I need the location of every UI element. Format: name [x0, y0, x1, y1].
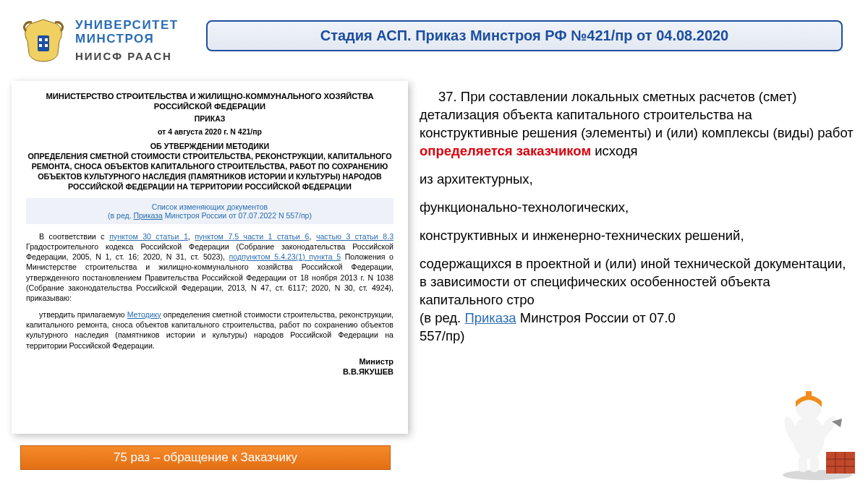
order-date: от 4 августа 2020 г. N 421/пр — [26, 127, 393, 136]
document-preview: МИНИСТЕРСТВО СТРОИТЕЛЬСТВА И ЖИЛИЩНО-КОМ… — [12, 81, 408, 434]
order-word: ПРИКАЗ — [26, 114, 393, 123]
highlight-bar: 75 раз – обращение к Заказчику — [20, 445, 391, 470]
ref-link-method[interactable]: Методику — [127, 310, 161, 319]
university-name-2: МИНСТРОЯ — [75, 33, 179, 46]
doc-paragraph-2: утвердить прилагаемую Методику определен… — [26, 309, 393, 351]
about-title: ОБ УТВЕРЖДЕНИИ МЕТОДИКИ ОПРЕДЕЛЕНИЯ СМЕТ… — [26, 142, 393, 192]
main-para-4: конструктивных и инженерно-технических р… — [420, 227, 854, 245]
red-emphasis: определяется заказчиком — [420, 143, 591, 158]
institute-name: НИИСФ РААСН — [75, 50, 179, 62]
svg-rect-0 — [38, 35, 49, 51]
svg-rect-6 — [826, 452, 855, 474]
svg-rect-2 — [45, 38, 48, 41]
svg-rect-13 — [806, 391, 812, 397]
svg-rect-3 — [39, 44, 42, 47]
changes-caption: Список изменяющих документов — [30, 202, 389, 211]
signature-role: Министр — [359, 357, 393, 366]
main-para-3: функционально-технологических, — [420, 199, 854, 217]
svg-rect-1 — [39, 38, 42, 41]
emblem-icon — [22, 18, 65, 63]
logo-text: УНИВЕРСИТЕТ МИНСТРОЯ НИИСФ РААСН — [75, 19, 179, 62]
main-para-1: 37. При составлении локальных сметных ра… — [420, 88, 854, 160]
about-line-1: ОБ УТВЕРЖДЕНИИ МЕТОДИКИ — [150, 142, 269, 150]
logo-block: УНИВЕРСИТЕТ МИНСТРОЯ НИИСФ РААСН — [22, 18, 179, 63]
ref-link-4[interactable]: подпунктом 5.4.23(1) пункта 5 — [229, 252, 341, 261]
changes-box: Список изменяющих документов (в ред. При… — [26, 198, 393, 224]
signature-block: Министр В.В.ЯКУШЕВ — [26, 356, 393, 377]
highlight-text: 75 раз – обращение к Заказчику — [114, 450, 297, 465]
mascot-icon — [767, 380, 861, 481]
svg-rect-4 — [45, 44, 48, 47]
university-name-1: УНИВЕРСИТЕТ — [75, 19, 179, 33]
title-text: Стадия АСП. Приказ Минстроя РФ №421/пр о… — [320, 27, 729, 43]
ref-link-3[interactable]: частью 3 статьи 8.3 — [316, 232, 393, 241]
about-line-2: ОПРЕДЕЛЕНИЯ СМЕТНОЙ СТОИМОСТИ СТРОИТЕЛЬС… — [27, 152, 391, 191]
ministry-name: МИНИСТЕРСТВО СТРОИТЕЛЬСТВА И ЖИЛИЩНО-КОМ… — [26, 91, 393, 111]
page-title: Стадия АСП. Приказ Минстроя РФ №421/пр о… — [206, 20, 843, 51]
main-text: 37. При составлении локальных сметных ра… — [420, 88, 854, 356]
svg-rect-16 — [799, 456, 807, 472]
changes-line: (в ред. Приказа Минстроя России от 07.07… — [30, 211, 389, 220]
ref-link-2[interactable]: пунктом 7.5 части 1 статьи 6 — [195, 232, 309, 241]
doc-paragraph-1: В соответствии с пунктом 30 статьи 1, пу… — [26, 231, 393, 304]
changes-link[interactable]: Приказа — [133, 211, 162, 220]
signature-name: В.В.ЯКУШЕВ — [343, 367, 393, 376]
ref-link-order[interactable]: Приказа — [464, 310, 516, 325]
svg-rect-17 — [810, 456, 819, 472]
main-para-5: содержащихся в проектной и (или) иной те… — [420, 255, 854, 346]
main-para-2: из архитектурных, — [420, 171, 854, 189]
ref-link-1[interactable]: пунктом 30 статьи 1 — [109, 232, 188, 241]
